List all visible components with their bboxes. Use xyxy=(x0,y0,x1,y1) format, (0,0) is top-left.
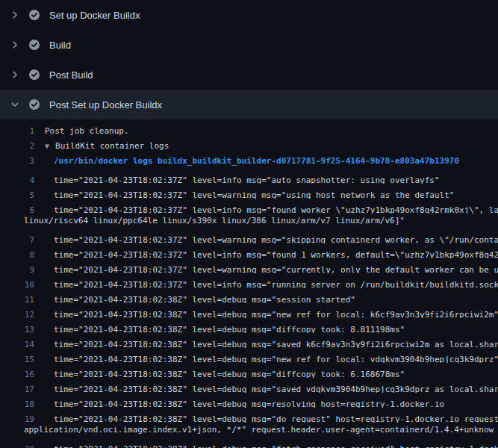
log-line-text: time="2021-04-23T18:02:37Z" level=info m… xyxy=(34,173,440,184)
log-line: 3 /usr/bin/docker logs buildx_buildkit_b… xyxy=(0,154,498,169)
log-line-number[interactable]: 19 xyxy=(0,412,34,423)
log-line: 4 time="2021-04-23T18:02:37Z" level=info… xyxy=(0,169,498,184)
group-toggle-icon[interactable]: ▼ xyxy=(34,139,49,154)
log-line: 7 time="2021-04-23T18:02:37Z" level=warn… xyxy=(0,228,498,243)
log-line-continuation: application/vnd.oci.image.index.v1+json,… xyxy=(0,423,498,438)
log-line-text: time="2021-04-23T18:02:38Z" level=debug … xyxy=(34,352,498,363)
log-line-text: time="2021-04-23T18:02:37Z" level=info m… xyxy=(34,203,498,214)
check-circle-icon xyxy=(28,99,40,111)
log-line-number[interactable]: 8 xyxy=(0,248,34,258)
step-header-1[interactable]: Build xyxy=(0,30,498,60)
log-line-number[interactable]: 11 xyxy=(0,293,34,303)
check-circle-icon xyxy=(28,69,40,81)
log-line-text: linux/riscv64 linux/ppc64le linux/s390x … xyxy=(24,214,405,228)
log-line: 8 time="2021-04-23T18:02:37Z" level=info… xyxy=(0,243,498,258)
log-line: 12 time="2021-04-23T18:02:38Z" level=deb… xyxy=(0,303,498,318)
log-line-number[interactable]: 2 xyxy=(0,139,34,154)
chevron-right-icon[interactable] xyxy=(9,39,21,51)
log-line-number[interactable]: 10 xyxy=(0,278,34,288)
actions-log-viewer: Set up Docker Buildx Build Post Build Po… xyxy=(0,0,498,448)
log-line-text: BuildKit container logs xyxy=(49,139,169,154)
log-line-number[interactable]: 16 xyxy=(0,367,34,378)
log-line: 18 time="2021-04-23T18:02:38Z" level=deb… xyxy=(0,393,498,408)
log-line-number[interactable]: 17 xyxy=(0,382,34,393)
log-line-number[interactable]: 7 xyxy=(0,233,34,243)
step-title: Set up Docker Buildx xyxy=(49,10,140,21)
log-line-number[interactable]: 9 xyxy=(0,263,34,273)
step-header-0[interactable]: Set up Docker Buildx xyxy=(0,0,498,30)
log-line-text: time="2021-04-23T18:02:38Z" level=debug … xyxy=(34,442,498,448)
log-line-text: time="2021-04-23T18:02:38Z" level=debug … xyxy=(34,308,498,318)
step-title: Build xyxy=(49,40,71,51)
log-line: 11 time="2021-04-23T18:02:38Z" level=deb… xyxy=(0,288,498,303)
log-line-number[interactable]: 12 xyxy=(0,308,34,318)
log-line: 2 ▼BuildKit container logs xyxy=(0,139,498,154)
log-line-text: time="2021-04-23T18:02:38Z" level=debug … xyxy=(34,337,498,348)
log-line: 15 time="2021-04-23T18:02:38Z" level=deb… xyxy=(0,348,498,363)
log-line-text: time="2021-04-23T18:02:37Z" level=info m… xyxy=(34,248,498,258)
check-circle-icon xyxy=(28,39,40,51)
step-header-2[interactable]: Post Build xyxy=(0,60,498,90)
log-line: 5 time="2021-04-23T18:02:37Z" level=warn… xyxy=(0,184,498,199)
log-line-continuation: linux/riscv64 linux/ppc64le linux/s390x … xyxy=(0,214,498,228)
log-line: 13 time="2021-04-23T18:02:38Z" level=deb… xyxy=(0,318,498,333)
log-line-number[interactable]: 1 xyxy=(0,124,34,139)
log-line-text: time="2021-04-23T18:02:37Z" level=info m… xyxy=(34,278,498,288)
log-line-number[interactable]: 6 xyxy=(0,203,34,214)
log-line-text: time="2021-04-23T18:02:38Z" level=debug … xyxy=(34,367,405,378)
log-line: 14 time="2021-04-23T18:02:38Z" level=deb… xyxy=(0,333,498,348)
log-line-text: time="2021-04-23T18:02:38Z" level=debug … xyxy=(34,293,355,303)
check-circle-icon xyxy=(28,9,40,21)
log-line-number[interactable]: 5 xyxy=(0,188,34,199)
log-line-text: time="2021-04-23T18:02:37Z" level=warnin… xyxy=(34,263,498,273)
log-line: 19 time="2021-04-23T18:02:38Z" level=deb… xyxy=(0,408,498,423)
log-line-number[interactable]: 13 xyxy=(0,323,34,333)
chevron-right-icon[interactable] xyxy=(9,69,21,81)
log-line-text: Post job cleanup. xyxy=(34,124,129,139)
step-header-3[interactable]: Post Set up Docker Buildx xyxy=(0,90,498,119)
step-title: Post Set up Docker Buildx xyxy=(49,99,162,111)
log-line-text: time="2021-04-23T18:02:38Z" level=debug … xyxy=(34,323,405,333)
log-line: 1 Post job cleanup. xyxy=(0,124,498,139)
log-line: 20 time="2021-04-23T18:02:38Z" level=deb… xyxy=(0,438,498,448)
log-line-text: time="2021-04-23T18:02:38Z" level=debug … xyxy=(34,382,498,393)
log-line-number[interactable]: 3 xyxy=(0,154,34,169)
log-line-number[interactable]: 4 xyxy=(0,173,34,184)
log-line-text: time="2021-04-23T18:02:37Z" level=warnin… xyxy=(34,233,498,243)
log-line-number[interactable]: 20 xyxy=(0,442,34,448)
step-list: Set up Docker Buildx Build Post Build Po… xyxy=(0,0,498,119)
command-line-text: /usr/bin/docker logs buildx_buildkit_bui… xyxy=(34,154,459,169)
log-line-number[interactable]: 14 xyxy=(0,337,34,348)
log-line-text: application/vnd.oci.image.index.v1+json,… xyxy=(24,423,494,438)
log-line-text: time="2021-04-23T18:02:37Z" level=warnin… xyxy=(34,188,454,199)
step-title: Post Build xyxy=(49,69,93,81)
log-line-text: time="2021-04-23T18:02:38Z" level=debug … xyxy=(34,412,498,423)
chevron-right-icon[interactable] xyxy=(9,9,21,21)
log-line: 17 time="2021-04-23T18:02:38Z" level=deb… xyxy=(0,378,498,393)
log-line-number[interactable]: 18 xyxy=(0,397,34,408)
chevron-down-icon[interactable] xyxy=(9,99,21,111)
log-line: 10 time="2021-04-23T18:02:37Z" level=inf… xyxy=(0,273,498,288)
log-line: 16 time="2021-04-23T18:02:38Z" level=deb… xyxy=(0,363,498,378)
log-line: 9 time="2021-04-23T18:02:37Z" level=warn… xyxy=(0,258,498,273)
log-line-number[interactable]: 15 xyxy=(0,352,34,363)
log-line-text: time="2021-04-23T18:02:38Z" level=debug … xyxy=(34,397,444,408)
log-area[interactable]: 1 Post job cleanup. 2 ▼BuildKit containe… xyxy=(0,119,498,448)
log-line: 6 time="2021-04-23T18:02:37Z" level=info… xyxy=(0,199,498,214)
